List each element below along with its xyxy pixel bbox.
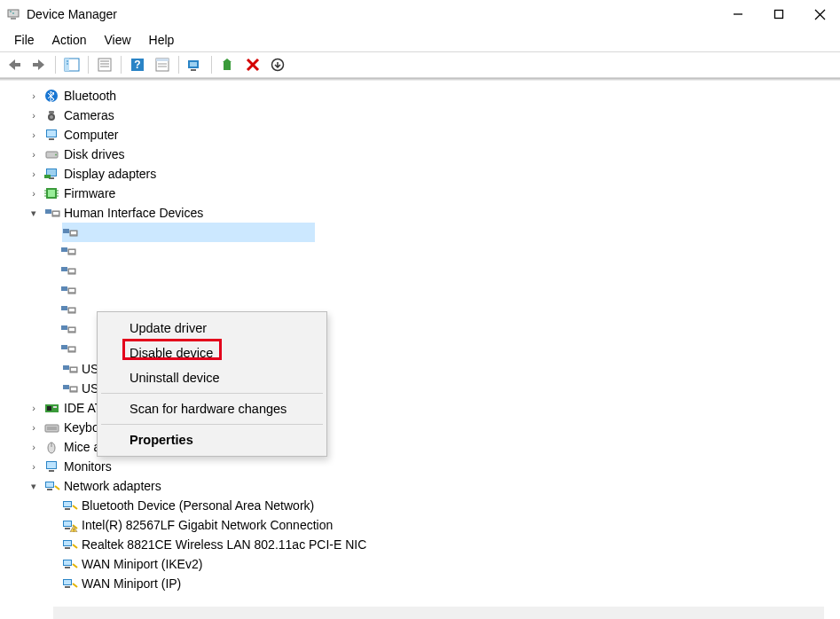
back-button[interactable] [4,54,25,75]
tree-item[interactable]: ›Computer [0,125,840,145]
expand-arrow-icon[interactable]: › [25,110,43,121]
tree-item[interactable]: WAN Miniport (IP) [0,574,840,593]
svg-rect-58 [61,247,67,252]
svg-rect-5 [775,11,783,19]
expand-arrow-icon[interactable]: › [25,188,43,199]
tree-item[interactable]: ›Firmware [0,184,840,203]
expand-arrow-icon[interactable]: › [25,442,43,452]
svg-rect-1 [11,18,16,20]
svg-rect-100 [64,521,71,526]
properties-button[interactable] [94,54,115,75]
svg-rect-101 [65,528,70,529]
menu-view[interactable]: View [95,30,139,50]
cm-scan-hardware[interactable]: Scan for hardware changes [99,396,325,421]
expand-arrow-icon[interactable]: › [25,403,43,413]
expand-arrow-icon[interactable]: › [25,461,43,472]
cm-uninstall-device[interactable]: Uninstall device [99,365,325,390]
svg-rect-67 [61,306,67,310]
menubar: File Action View Help [0,28,840,51]
svg-point-39 [55,154,57,156]
uninstall-device-button[interactable] [242,54,263,75]
firmware-icon [43,186,62,200]
svg-rect-55 [63,229,69,233]
tree-item[interactable] [0,262,840,281]
scan-hardware-button[interactable] [184,54,206,75]
tree-item[interactable] [0,281,840,301]
menu-file[interactable]: File [5,30,43,50]
svg-rect-63 [69,270,75,272]
titlebar: Device Manager [0,0,840,28]
help-button[interactable]: ? [127,54,148,75]
hid-icon [60,225,80,239]
tree-item[interactable]: Bluetooth Device (Personal Area Network) [0,496,840,515]
toolbar-separator [211,56,212,74]
svg-rect-78 [71,368,76,371]
tree-item[interactable]: ▾Human Interface Devices [0,203,840,223]
tree-item[interactable] [0,242,840,262]
menu-action[interactable]: Action [43,30,96,50]
display-icon [43,167,62,181]
svg-rect-111 [65,586,70,588]
show-hide-console-tree-button[interactable] [61,54,82,75]
close-button[interactable] [799,0,840,28]
svg-rect-9 [33,63,39,67]
tree-item[interactable]: ›Monitors [0,457,840,476]
svg-rect-14 [98,59,111,71]
svg-rect-57 [71,231,76,234]
hid-icon [60,341,76,358]
horizontal-scrollbar[interactable] [53,607,824,619]
tree-item[interactable] [0,223,840,242]
expand-arrow-icon[interactable]: › [25,129,43,140]
tree-item[interactable]: ›Cameras [0,106,840,125]
tree-item[interactable]: Realtek 8821CE Wireless LAN 802.11ac PCI… [0,535,840,554]
tree-view[interactable]: ›Bluetooth›Cameras›Computer›Disk drives›… [0,81,840,619]
maximize-button[interactable] [758,0,799,28]
disable-device-button[interactable] [267,54,288,75]
cm-disable-device[interactable]: Disable device [99,341,325,365]
minimize-button[interactable] [718,0,758,28]
svg-line-6 [815,10,825,20]
context-menu-separator [101,393,323,394]
tree-item-label: Cameras [62,108,114,122]
tree-item-label: Bluetooth [62,89,116,103]
svg-rect-81 [71,388,76,390]
tree-item[interactable]: ▾Network adapters [0,476,840,496]
tree-item[interactable]: ›Display adapters [0,164,840,184]
tree-item-label: Disk drives [62,147,124,161]
svg-rect-84 [53,406,57,408]
svg-rect-26 [191,69,196,71]
menu-help[interactable]: Help [140,30,184,50]
cm-properties[interactable]: Properties [99,427,325,452]
svg-point-2 [10,11,12,12]
expand-arrow-icon[interactable]: ▾ [25,208,43,219]
forward-button[interactable] [28,54,50,75]
svg-rect-76 [63,365,69,370]
action-button[interactable] [152,54,173,75]
expand-arrow-icon[interactable]: › [25,422,43,433]
tree-item-label: Human Interface Devices [62,206,203,220]
hid-icon [60,263,76,280]
svg-point-33 [50,115,53,119]
tree-item[interactable]: !Intel(R) 82567LF Gigabit Network Connec… [0,515,840,535]
tree-item-label: Realtek 8821CE Wireless LAN 802.11ac PCI… [80,537,366,552]
svg-rect-104 [64,541,71,545]
svg-rect-73 [61,345,67,349]
expand-arrow-icon[interactable]: › [25,149,43,160]
ide-icon [43,401,62,415]
svg-rect-45 [48,190,55,197]
tree-item-label: WAN Miniport (IP) [80,576,181,591]
tree-item[interactable]: WAN Miniport (IKEv2) [0,554,840,574]
monitor-icon [43,459,62,474]
tree-item[interactable]: ›Bluetooth [0,86,840,106]
update-driver-button[interactable] [217,54,239,75]
svg-rect-43 [44,175,51,178]
tree-item[interactable]: ›Disk drives [0,145,840,164]
expand-arrow-icon[interactable]: › [25,90,43,101]
expand-arrow-icon[interactable]: ▾ [25,481,43,492]
expand-arrow-icon[interactable]: › [25,168,43,179]
svg-rect-52 [45,209,51,214]
svg-rect-37 [49,138,54,140]
svg-point-3 [12,12,14,14]
svg-rect-79 [63,385,69,389]
cm-update-driver[interactable]: Update driver [99,316,325,341]
